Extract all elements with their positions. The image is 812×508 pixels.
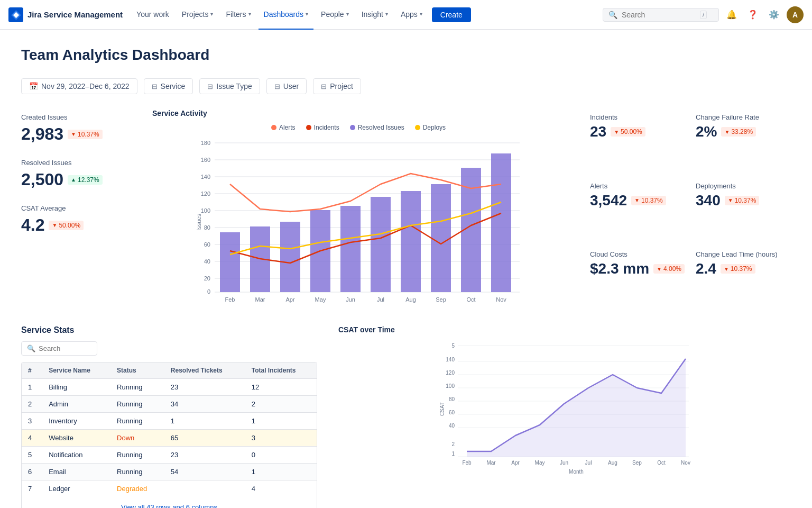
svg-text:60: 60 [204, 241, 210, 248]
nav-apps[interactable]: Apps ▾ [395, 0, 428, 30]
cell-incidents: 12 [245, 379, 317, 396]
cell-service-name: Website [42, 430, 110, 447]
svg-rect-26 [340, 206, 361, 292]
cell-service-name: Ledger [42, 480, 110, 497]
filters-row: 📅 Nov 29, 2022–Dec 6, 2022 ⊟ Service ⊟ I… [21, 78, 791, 94]
alerts-stat: Alerts 3,542 ▼ 10.37% [590, 182, 685, 240]
cell-status: Degraded [110, 480, 164, 497]
svg-text:Apr: Apr [511, 460, 520, 466]
table-toolbar: 🔍 [21, 341, 317, 356]
app-logo[interactable]: Jira Service Management [8, 7, 123, 22]
created-issues-badge: ▼ 10.37% [68, 130, 103, 139]
cell-incidents: 3 [245, 430, 317, 447]
cell-num: 3 [22, 413, 42, 430]
nav-projects[interactable]: Projects ▾ [177, 0, 219, 30]
col-incidents: Total Incidents [245, 362, 317, 379]
cell-status: Running [110, 413, 164, 430]
cell-num: 6 [22, 464, 42, 480]
svg-text:May: May [315, 296, 326, 303]
service-stats-section: Service Stats 🔍 # Service Name Status Re… [21, 325, 317, 508]
svg-text:40: 40 [449, 423, 455, 429]
svg-text:1: 1 [451, 451, 455, 457]
resolved-issues-label: Resolved Issues [21, 159, 127, 167]
project-filter[interactable]: ⊟ Project [313, 78, 361, 94]
help-button[interactable]: ❓ [744, 6, 761, 23]
csat-stat: CSAT Average 4.2 ▼ 50.00% [21, 204, 127, 235]
table-search-input[interactable] [39, 344, 91, 352]
svg-text:Feb: Feb [462, 460, 472, 466]
trend-up-icon: ▲ [71, 177, 76, 183]
svg-marker-61 [467, 359, 686, 457]
alerts-badge: ▼ 10.37% [631, 196, 666, 205]
svg-text:Jun: Jun [560, 460, 568, 466]
dashboards-chevron-icon: ▾ [306, 11, 308, 17]
created-issues-stat: Created Issues 2,983 ▼ 10.37% [21, 113, 127, 144]
svg-rect-31 [491, 153, 511, 292]
table-row: 6 Email Running 54 1 [22, 464, 317, 480]
cloud-costs-badge: ▼ 4.00% [653, 264, 685, 274]
legend-deploys: Deploys [415, 124, 446, 131]
chart-legend: Alerts Incidents Resolved Issues Deploys [152, 124, 565, 131]
page-title: Team Analytics Dashboard [21, 47, 791, 64]
date-filter[interactable]: 📅 Nov 29, 2022–Dec 6, 2022 [21, 78, 137, 94]
search-box[interactable]: 🔍 / [603, 8, 719, 22]
nav-your-work[interactable]: Your work [131, 0, 174, 30]
svg-text:160: 160 [201, 157, 210, 163]
table-row: 2 Admin Running 34 2 [22, 396, 317, 413]
table-row: 1 Billing Running 23 12 [22, 379, 317, 396]
issue-type-filter[interactable]: ⊟ Issue Type [199, 78, 260, 94]
svg-text:120: 120 [446, 370, 455, 376]
filter-icon-service: ⊟ [152, 83, 158, 90]
cell-resolved: 23 [164, 379, 245, 396]
table-row: 5 Notification Running 23 0 [22, 447, 317, 464]
filters-chevron-icon: ▾ [248, 11, 251, 17]
svg-text:Feb: Feb [225, 296, 235, 303]
filter-icon-issue: ⊟ [207, 83, 213, 90]
table-search-box[interactable]: 🔍 [21, 341, 97, 356]
cloud-costs-stat: Cloud Costs $2.3 mm ▼ 4.00% [590, 250, 685, 309]
chart-area: Service Activity Alerts Incidents Resolv… [140, 109, 577, 309]
svg-text:180: 180 [201, 140, 210, 146]
nav-dashboards[interactable]: Dashboards ▾ [259, 0, 314, 30]
svg-text:Nov: Nov [681, 460, 690, 466]
notifications-button[interactable]: 🔔 [723, 6, 740, 23]
svg-rect-24 [280, 222, 300, 292]
left-stats: Created Issues 2,983 ▼ 10.37% Resolved I… [21, 109, 127, 309]
cell-incidents: 4 [245, 480, 317, 497]
nav-people[interactable]: People ▾ [316, 0, 354, 30]
svg-text:CSAT: CSAT [439, 402, 445, 416]
resolved-issues-value: 2,500 ▲ 12.37% [21, 170, 127, 189]
avatar[interactable]: A [787, 6, 804, 23]
svg-rect-22 [220, 232, 240, 292]
search-input[interactable] [622, 11, 696, 19]
table-row: 7 Ledger Degraded 4 [22, 480, 317, 497]
nav-insight[interactable]: Insight ▾ [356, 0, 393, 30]
service-filter[interactable]: ⊟ Service [144, 78, 193, 94]
svg-text:May: May [535, 460, 545, 466]
svg-text:Nov: Nov [496, 296, 506, 303]
chart-title: Service Activity [152, 109, 565, 117]
legend-incidents: Incidents [306, 124, 339, 131]
user-filter[interactable]: ⊟ User [266, 78, 307, 94]
cell-resolved: 65 [164, 430, 245, 447]
nav-filters[interactable]: Filters ▾ [220, 0, 256, 30]
apps-chevron-icon: ▾ [420, 11, 422, 17]
cell-incidents: 2 [245, 396, 317, 413]
insight-chevron-icon: ▾ [385, 11, 388, 17]
svg-rect-28 [401, 191, 421, 292]
bottom-section: Service Stats 🔍 # Service Name Status Re… [21, 325, 791, 508]
settings-button[interactable]: ⚙️ [765, 6, 782, 23]
calendar-icon: 📅 [29, 82, 38, 90]
cell-incidents: 1 [245, 413, 317, 430]
svg-text:Aug: Aug [608, 460, 617, 466]
svg-text:60: 60 [449, 410, 455, 415]
svg-text:Month: Month [569, 469, 584, 475]
view-all-link[interactable]: View all 43 rows and 6 columns [22, 497, 317, 508]
csat-chart-title: CSAT over Time [338, 325, 791, 334]
cell-status: Running [110, 464, 164, 480]
page-content: Team Analytics Dashboard 📅 Nov 29, 2022–… [0, 30, 812, 508]
create-button[interactable]: Create [432, 7, 471, 22]
svg-text:Sep: Sep [436, 296, 446, 303]
svg-text:Month: Month [358, 306, 374, 307]
nav-right-section: 🔍 / 🔔 ❓ ⚙️ A [603, 6, 804, 23]
